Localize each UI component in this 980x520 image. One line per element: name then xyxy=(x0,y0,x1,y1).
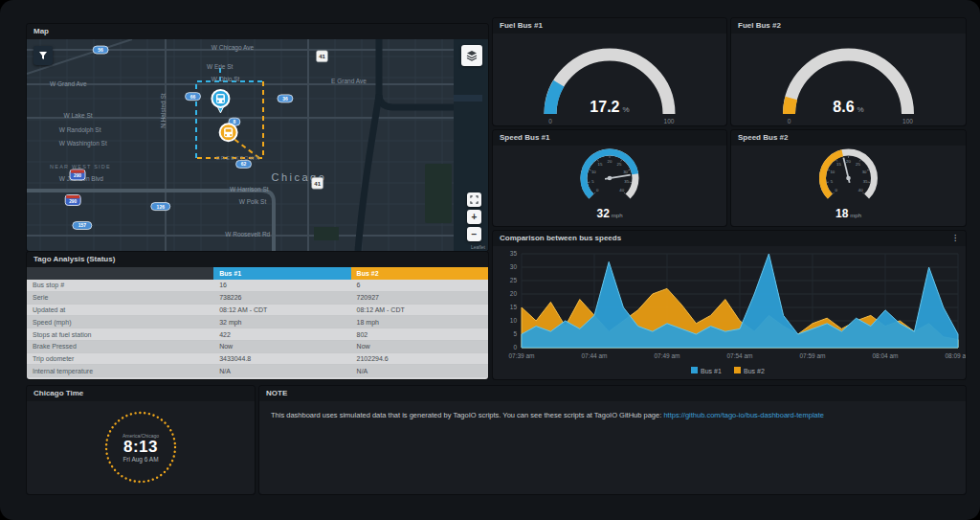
table-cell: N/A xyxy=(351,365,488,377)
street-label: W Erie St xyxy=(207,63,234,70)
table-cell: 16 xyxy=(213,280,350,291)
funnel-icon xyxy=(38,51,48,60)
zoom-out-button[interactable]: − xyxy=(467,227,481,241)
table-cell: Serie xyxy=(27,291,213,304)
legend-swatch xyxy=(734,367,741,373)
svg-text:10: 10 xyxy=(830,170,835,174)
column-header: Bus #1 xyxy=(213,267,350,280)
table-cell: 2102294.6 xyxy=(351,352,488,365)
svg-text:20: 20 xyxy=(510,290,518,297)
svg-text:30: 30 xyxy=(862,170,867,174)
street-label: W Chicago Ave xyxy=(212,44,255,52)
svg-text:62: 62 xyxy=(241,161,247,167)
map-layers-button[interactable] xyxy=(461,45,482,66)
clock-time: 8:13 xyxy=(123,439,158,457)
note-widget: NOTE This dashboard uses simulated data … xyxy=(259,386,966,494)
table-row: Brake PressedNowNow xyxy=(27,340,488,352)
speed-bus-1-title: Speed Bus #1 xyxy=(500,130,549,146)
map-filter-button[interactable] xyxy=(33,46,53,65)
gauge-value: 17.2% xyxy=(590,99,629,115)
legend-label: Bus #2 xyxy=(744,368,765,374)
table-cell: 422 xyxy=(213,328,350,341)
table-cell: OFF xyxy=(351,377,488,379)
speed-bus-2-widget: Speed Bus #2 051015202530354018mph xyxy=(731,130,966,226)
map-body: W Chicago AveW Erie StW Ohio StW Grand A… xyxy=(27,39,488,251)
column-header: Bus #2 xyxy=(351,267,488,280)
table-cell: 802 xyxy=(351,328,488,341)
table-cell: OFF xyxy=(213,377,350,379)
map-pier xyxy=(454,95,482,102)
table-row: Speed (mph)32 mph18 mph xyxy=(27,316,488,328)
gauge-value-arc xyxy=(823,153,843,196)
highway-shield: 290 xyxy=(70,170,85,180)
route-badge: 157 xyxy=(73,221,92,229)
svg-text:10: 10 xyxy=(510,317,518,324)
svg-text:100: 100 xyxy=(902,118,913,124)
fuel-bus-2-gauge: 01008.6% xyxy=(731,34,966,125)
map-widget-header: Map xyxy=(27,24,488,39)
table-cell: Now xyxy=(213,340,350,352)
table-cell: 6 xyxy=(351,280,488,291)
table-cell: Stops at fuel station xyxy=(27,328,213,341)
svg-text:15: 15 xyxy=(598,162,603,167)
svg-text:07:49 am: 07:49 am xyxy=(654,352,679,359)
svg-text:10: 10 xyxy=(591,170,596,174)
svg-text:0: 0 xyxy=(513,344,517,350)
note-widget-title: NOTE xyxy=(266,386,287,401)
gauge-value: 18mph xyxy=(835,207,861,220)
github-link[interactable]: https://github.com/tago-io/bus-dashboard… xyxy=(663,411,824,419)
svg-text:0: 0 xyxy=(596,188,599,192)
svg-text:30: 30 xyxy=(510,263,518,270)
map-expand-button[interactable] xyxy=(467,192,481,207)
note-text: This dashboard uses simulated data that … xyxy=(259,401,966,430)
expand-icon xyxy=(470,195,479,204)
table-cell: Updated at xyxy=(27,304,213,316)
map-canvas[interactable]: W Chicago AveW Erie StW Ohio StW Grand A… xyxy=(27,39,488,251)
svg-text:40: 40 xyxy=(619,188,624,192)
table-header-row: Bus #1Bus #2 xyxy=(27,267,488,280)
map-park xyxy=(314,227,339,240)
table-cell: N/A xyxy=(213,365,350,377)
svg-text:07:44 am: 07:44 am xyxy=(581,352,607,359)
speed-bus-1-gauge: 051015202530354032mph xyxy=(493,146,726,226)
table-row: Stops at fuel station422802 xyxy=(27,328,488,341)
svg-text:35: 35 xyxy=(863,179,868,184)
svg-text:8: 8 xyxy=(234,119,236,124)
street-label: W Harrison St xyxy=(230,186,269,192)
gauge-value-arc xyxy=(550,83,559,114)
bus-marker-2[interactable] xyxy=(220,124,237,141)
table-cell: Speed (mph) xyxy=(27,316,213,328)
table-cell: Brake Pressed xyxy=(27,340,213,352)
speed-bus-1-widget: Speed Bus #1 051015202530354032mph xyxy=(493,130,726,226)
svg-text:0: 0 xyxy=(788,118,791,124)
speed-bus-2-title: Speed Bus #2 xyxy=(738,130,788,146)
svg-text:157: 157 xyxy=(78,222,87,228)
highway-shield: 41 xyxy=(312,177,323,189)
svg-text:25: 25 xyxy=(856,162,860,167)
svg-text:126: 126 xyxy=(157,204,166,210)
table-cell: Trip odometer xyxy=(27,352,213,365)
svg-text:35: 35 xyxy=(624,179,629,184)
dashboard: Map xyxy=(0,0,980,520)
column-header xyxy=(27,267,213,280)
street-label: E Grand Ave xyxy=(331,78,367,84)
fuel-bus-1-gauge: 010017.2% xyxy=(493,34,726,125)
map-attribution: Leaflet xyxy=(471,244,485,250)
zoom-in-button[interactable]: + xyxy=(467,210,481,224)
table-row: Air conditioning (ON/OFF)OFFOFF xyxy=(27,377,488,379)
route-badge: 126 xyxy=(151,203,170,211)
svg-text:5: 5 xyxy=(591,179,594,184)
widget-menu-icon[interactable]: ⋮ xyxy=(951,231,959,246)
svg-text:41: 41 xyxy=(319,54,325,59)
street-label: W Roosevelt Rd xyxy=(225,231,270,237)
clock-date: Fri Aug 6 AM xyxy=(122,456,158,463)
highway-shield: 290 xyxy=(65,194,80,205)
fuel-bus-1-title: Fuel Bus #1 xyxy=(500,18,543,34)
table-cell: Air conditioning (ON/OFF) xyxy=(27,377,213,379)
fuel-bus-2-title: Fuel Bus #2 xyxy=(738,18,781,34)
district-label: GREEKTOWN xyxy=(216,155,261,161)
table-cell: Bus stop # xyxy=(27,280,213,291)
comparison-chart-widget: Comparison between bus speeds ⋮ 05101520… xyxy=(493,231,966,379)
svg-text:0: 0 xyxy=(548,118,552,124)
svg-text:100: 100 xyxy=(664,118,675,124)
